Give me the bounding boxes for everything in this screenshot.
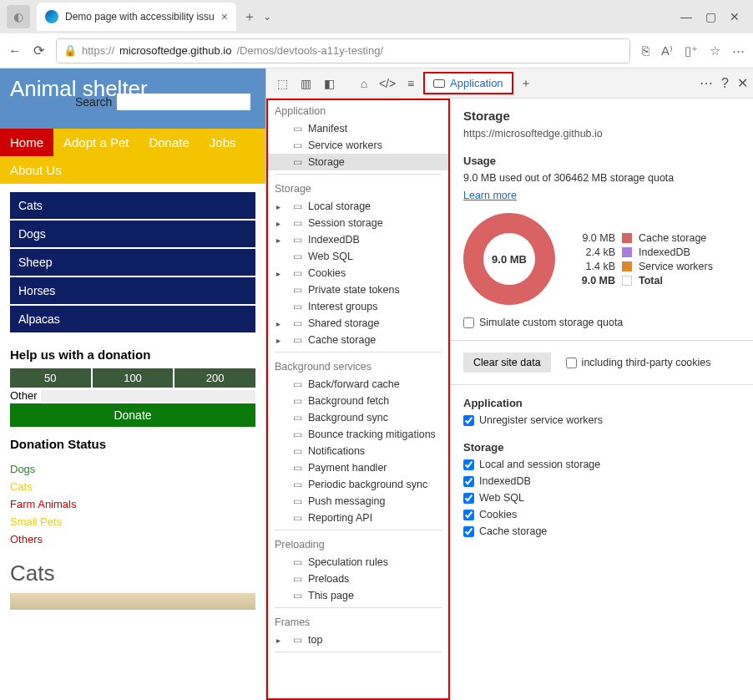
tree-item-reporting-api[interactable]: ▭Reporting API xyxy=(268,510,448,526)
back-icon[interactable]: ← xyxy=(8,43,22,58)
maximize-icon[interactable]: ▢ xyxy=(705,10,716,23)
browser-toolbar: ← ⟳ 🔒 https://microsoftedge.github.io/De… xyxy=(0,33,753,68)
category-horses[interactable]: Horses xyxy=(10,277,255,304)
tree-item-private-state-tokens[interactable]: ▭Private state tokens xyxy=(268,282,448,298)
dock-icon[interactable]: ◧ xyxy=(318,73,340,94)
tree-icon: ▭ xyxy=(291,445,303,457)
tree-icon: ▭ xyxy=(291,334,303,346)
category-sheep[interactable]: Sheep xyxy=(10,249,255,276)
menu-icon[interactable]: ⋯ xyxy=(732,43,745,58)
tree-item-cache-storage[interactable]: ▸▭Cache storage xyxy=(268,332,448,348)
nav-item-donate[interactable]: Donate xyxy=(139,129,199,156)
tree-item-back-forward-cache[interactable]: ▭Back/forward cache xyxy=(268,376,448,393)
tree-item-manifest[interactable]: ▭Manifest xyxy=(268,120,448,137)
category-cats[interactable]: Cats xyxy=(10,192,255,219)
minimize-icon[interactable]: — xyxy=(680,10,692,23)
tree-item-shared-storage[interactable]: ▸▭Shared storage xyxy=(268,315,448,332)
tree-item-cookies[interactable]: ▸▭Cookies xyxy=(268,265,448,282)
tree-item-service-workers[interactable]: ▭Service workers xyxy=(268,137,448,154)
tree-item-payment-handler[interactable]: ▭Payment handler xyxy=(268,459,448,476)
status-cats: Cats xyxy=(10,478,255,495)
browser-tab[interactable]: Demo page with accessibility issu × xyxy=(37,3,236,31)
search-input[interactable] xyxy=(117,94,250,110)
window-titlebar: ◐ Demo page with accessibility issu × ＋ … xyxy=(0,0,753,33)
welcome-icon[interactable]: ⌂ xyxy=(353,73,375,94)
donate-button[interactable]: Donate xyxy=(10,403,255,427)
storage-origin: https://microsoftedge.github.io xyxy=(463,128,740,139)
tree-item-notifications[interactable]: ▭Notifications xyxy=(268,443,448,459)
usage-donut-chart: 9.0 MB xyxy=(463,213,555,305)
simulate-quota-label: Simulate custom storage quota xyxy=(479,317,623,328)
tree-icon: ▭ xyxy=(291,139,303,151)
tree-icon: ▭ xyxy=(291,267,303,279)
device-icon[interactable]: ▥ xyxy=(295,73,316,94)
nav-item-jobs[interactable]: Jobs xyxy=(200,129,246,156)
donation-heading: Help us with a donation xyxy=(10,347,255,362)
tree-item-local-storage[interactable]: ▸▭Local storage xyxy=(268,198,448,215)
tree-icon: ▭ xyxy=(291,573,303,585)
devtools-toolbar: ⬚ ▥ ◧ ⌂ </> ≡ Application ＋ ⋯ ? ✕ xyxy=(266,68,753,99)
nav-item-home[interactable]: Home xyxy=(0,129,53,156)
legend-cache-storage: 9.0 MBCache storage xyxy=(572,232,722,244)
tree-item-interest-groups[interactable]: ▭Interest groups xyxy=(268,298,448,315)
legend-service-workers: 1.4 kBService workers xyxy=(572,261,722,272)
read-aloud-icon[interactable]: A⁾ xyxy=(661,43,673,58)
tree-icon: ▭ xyxy=(291,479,303,490)
nav-item-adopt-a-pet[interactable]: Adopt a Pet xyxy=(53,129,139,156)
photo-placeholder xyxy=(10,593,255,610)
category-dogs[interactable]: Dogs xyxy=(10,221,255,247)
tree-item-background-sync[interactable]: ▭Background sync xyxy=(268,409,448,426)
storage-panel: Storage https://microsoftedge.github.io … xyxy=(450,99,753,700)
tree-item-storage[interactable]: ▭Storage xyxy=(268,154,448,170)
profile-icon[interactable]: ◐ xyxy=(7,5,30,28)
tab-application[interactable]: Application xyxy=(423,72,513,94)
check-indexeddb[interactable] xyxy=(463,476,474,487)
tree-item-bounce-tracking-mitigations[interactable]: ▭Bounce tracking mitigations xyxy=(268,426,448,443)
devtools-close-icon[interactable]: ✕ xyxy=(737,75,748,91)
tree-item-preloads[interactable]: ▭Preloads xyxy=(268,571,448,587)
more-tabs-icon[interactable]: ＋ xyxy=(515,73,537,94)
close-tab-icon[interactable]: × xyxy=(221,10,228,23)
check-cache-storage[interactable] xyxy=(463,526,474,537)
sources-icon[interactable]: ≡ xyxy=(400,73,422,94)
favorites-icon[interactable]: ☆ xyxy=(710,43,720,58)
tree-item-indexeddb[interactable]: ▸▭IndexedDB xyxy=(268,231,448,248)
simulate-quota-checkbox[interactable] xyxy=(463,317,474,328)
check-local-and-session-storage[interactable] xyxy=(463,459,474,470)
address-bar[interactable]: 🔒 https://microsoftedge.github.io/Demos/… xyxy=(56,38,630,63)
elements-icon[interactable]: </> xyxy=(376,73,398,94)
inspect-icon[interactable]: ⬚ xyxy=(271,73,293,94)
tree-item-speculation-rules[interactable]: ▭Speculation rules xyxy=(268,554,448,571)
status-heading: Donation Status xyxy=(10,437,255,451)
category-alpacas[interactable]: Alpacas xyxy=(10,306,255,332)
tree-item-push-messaging[interactable]: ▭Push messaging xyxy=(268,493,448,510)
tree-item-session-storage[interactable]: ▸▭Session storage xyxy=(268,215,448,231)
nav-item-about-us[interactable]: About Us xyxy=(0,156,72,184)
close-window-icon[interactable]: ✕ xyxy=(730,10,740,23)
collections-icon[interactable]: ▯⁺ xyxy=(685,43,698,58)
site-info-icon[interactable]: 🔒 xyxy=(63,44,77,57)
tab-actions-icon[interactable]: ⌄ xyxy=(263,11,271,23)
tree-item-this-page[interactable]: ▭This page xyxy=(268,587,448,604)
check-unregister-service-workers[interactable] xyxy=(463,415,474,426)
learn-more-link[interactable]: Learn more xyxy=(463,190,517,201)
amount-200[interactable]: 200 xyxy=(174,368,255,388)
other-amount-input[interactable] xyxy=(41,390,255,402)
refresh-icon[interactable]: ⟳ xyxy=(33,43,44,58)
check-web-sql[interactable] xyxy=(463,493,474,504)
tree-item-background-fetch[interactable]: ▭Background fetch xyxy=(268,393,448,409)
amount-50[interactable]: 50 xyxy=(10,368,91,388)
amount-100[interactable]: 100 xyxy=(93,368,174,388)
donation-status: Donation Status DogsCatsFarm AnimalsSmal… xyxy=(0,427,265,561)
new-tab-button[interactable]: ＋ xyxy=(243,8,256,26)
tree-item-web-sql[interactable]: ▭Web SQL xyxy=(268,248,448,265)
devtools-help-icon[interactable]: ? xyxy=(721,76,729,91)
tree-item-top[interactable]: ▸▭top xyxy=(268,632,448,648)
third-party-checkbox[interactable] xyxy=(566,358,577,368)
devtools-settings-icon[interactable]: ⋯ xyxy=(700,75,713,91)
check-cookies[interactable] xyxy=(463,510,474,520)
legend-indexeddb: 2.4 kBIndexedDB xyxy=(572,246,722,258)
shopping-icon[interactable]: ⎘ xyxy=(642,43,649,58)
clear-site-data-button[interactable]: Clear site data xyxy=(463,353,551,373)
tree-item-periodic-background-sync[interactable]: ▭Periodic background sync xyxy=(268,476,448,493)
